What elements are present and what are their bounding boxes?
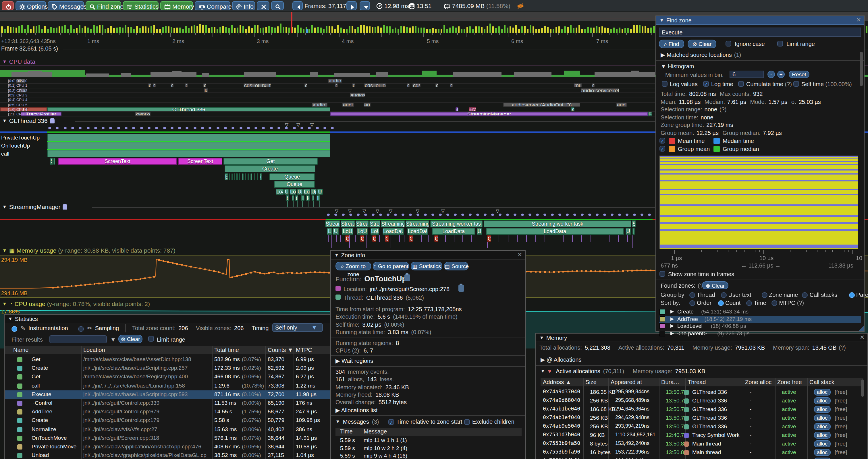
frame-bar[interactable] [452, 26, 454, 33]
zone-streaming[interactable]: Streaming [381, 221, 405, 227]
frame-bar[interactable] [142, 26, 144, 33]
frame-bar[interactable] [375, 27, 376, 33]
frame-bar[interactable] [624, 28, 626, 33]
frame-bar[interactable] [481, 27, 483, 33]
col-header-zone-alloc[interactable]: Zone alloc [745, 379, 772, 385]
frame-bar[interactable] [596, 26, 597, 33]
frame-bar[interactable] [85, 26, 86, 33]
zone[interactable] [239, 173, 240, 180]
zone[interactable] [234, 173, 235, 180]
frame-bar[interactable] [487, 26, 488, 33]
frame-bar[interactable] [601, 26, 603, 33]
frame-bar[interactable] [351, 26, 353, 33]
frame-bar[interactable] [79, 25, 81, 33]
frame-bar[interactable] [41, 29, 43, 33]
zone-marker-icon[interactable]: ▽ [441, 208, 445, 214]
funnel-icon[interactable]: ▼ [110, 336, 116, 343]
frame-bar[interactable] [360, 25, 362, 33]
frame-bar[interactable] [579, 25, 580, 33]
allocations-tree[interactable]: ▶ @ Allocations [540, 357, 581, 363]
frame-bar[interactable] [214, 27, 215, 33]
zone-c[interactable]: c [305, 84, 307, 88]
zone-audio-[interactable]: audio. [342, 102, 354, 106]
frame-bar[interactable] [202, 25, 204, 33]
zone-privatetouchup[interactable] [47, 134, 330, 141]
frame-bar[interactable] [73, 29, 75, 33]
frame-dropdown-button[interactable] [360, 1, 370, 10]
zone-u[interactable]: U [477, 228, 482, 235]
zone-screentext[interactable]: ScreenText [178, 158, 222, 165]
frame-bar[interactable] [469, 26, 471, 33]
frame-bar[interactable] [590, 28, 592, 33]
zoom-tool-button[interactable] [271, 1, 284, 10]
frame-bar[interactable] [179, 28, 181, 33]
frame-label[interactable]: Frame 32,661 (6.05 s) [1, 45, 58, 52]
frame-bar[interactable] [314, 28, 316, 33]
zone-marker-icon[interactable]: ▽ [389, 208, 392, 214]
col-header-message[interactable]: Message [364, 428, 387, 435]
frame-bar[interactable] [369, 26, 371, 33]
frame-bar[interactable] [271, 27, 273, 33]
frame-bar[interactable] [82, 28, 83, 33]
zone[interactable] [292, 195, 294, 201]
group-by-user-text[interactable] [721, 292, 727, 298]
frame-bar[interactable] [93, 25, 95, 33]
frame-bar[interactable] [380, 28, 382, 33]
frame-bar[interactable] [125, 25, 126, 33]
frame-bar[interactable] [7, 26, 9, 33]
frame-bar[interactable] [64, 25, 66, 33]
frame-bar[interactable] [627, 28, 629, 33]
frame-bar[interactable] [317, 27, 319, 33]
zone-c[interactable]: c [435, 84, 438, 88]
frame-bar[interactable] [461, 29, 462, 33]
zone-marker-icon[interactable]: ▽ [496, 208, 499, 214]
frame-bar[interactable] [283, 27, 284, 33]
frame-bar[interactable] [165, 26, 166, 33]
frame-bar[interactable] [570, 25, 571, 33]
frame-bar[interactable] [127, 27, 129, 33]
frame-bar[interactable] [21, 25, 23, 33]
zone-marker-icon[interactable]: ▽ [363, 208, 366, 214]
zone-s[interactable]: S [632, 221, 636, 227]
group-by-call-stacks[interactable] [802, 292, 808, 298]
zone[interactable] [250, 173, 252, 180]
zone-lou[interactable]: LoU [357, 228, 368, 235]
frame-bar[interactable] [44, 26, 46, 33]
messages-button[interactable]: Messages [48, 1, 84, 10]
frame-bar[interactable] [27, 25, 29, 33]
frame-bar[interactable] [208, 28, 210, 33]
frame-bar[interactable] [99, 25, 100, 33]
frame-bar[interactable] [61, 26, 63, 33]
frame-bar[interactable] [245, 29, 247, 33]
zone-marker-icon[interactable]: ▽ [416, 208, 420, 214]
sort-by-order[interactable] [689, 300, 695, 306]
find-zone-histogram[interactable] [659, 156, 858, 249]
frame-bar[interactable] [613, 28, 615, 33]
zone-c[interactable]: c [407, 84, 410, 88]
frame-bar[interactable] [70, 25, 72, 33]
frame-bar[interactable] [340, 28, 342, 33]
frame-bar[interactable] [300, 28, 302, 33]
zone[interactable] [54, 158, 55, 165]
zone-au[interactable]: Au [571, 107, 575, 111]
frame-bar[interactable] [598, 27, 600, 33]
frame-bar[interactable] [564, 26, 566, 33]
zone-get[interactable]: Get [223, 158, 318, 165]
frame-bar[interactable] [280, 24, 281, 33]
frame-bar[interactable] [1, 26, 3, 33]
statistics-button[interactable]: Statistics [123, 1, 159, 10]
allocation-row[interactable]: 0x74ab9e5040256 KB293,994,219ns13:50.7GL… [540, 423, 863, 431]
frame-bar[interactable] [332, 26, 333, 33]
alloc-button[interactable]: alloc [814, 440, 830, 447]
zone-loaddau[interactable]: LoadDaU [382, 228, 404, 235]
frame-bar[interactable] [102, 25, 103, 33]
zone[interactable] [632, 228, 635, 235]
found-zone-row[interactable]: ▶Create(54,131) 643.34 ms [659, 308, 861, 316]
zone-streaming-worker-task[interactable]: Streaming worker task [484, 221, 631, 227]
frame-bar[interactable] [268, 26, 270, 33]
cpu-data-header[interactable]: ▼CPU data [2, 58, 35, 65]
tools-button[interactable] [257, 1, 270, 10]
frame-bar[interactable] [130, 27, 132, 33]
frame-bar[interactable] [148, 28, 149, 33]
frame-bar[interactable] [320, 28, 322, 33]
